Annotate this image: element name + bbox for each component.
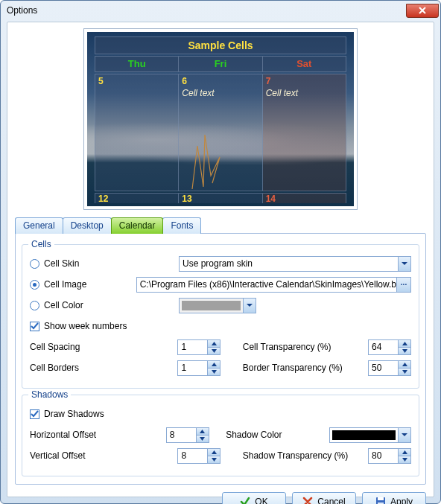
spin-up[interactable] — [208, 340, 220, 348]
cell-image-input[interactable]: C:\Program Files (x86)\Interactive Calen… — [136, 277, 411, 293]
day-header-fri: Fri — [179, 56, 262, 72]
tab-fonts[interactable]: Fonts — [162, 217, 201, 234]
preview-frame: Sample Cells Thu Fri Sat 5 6 Cell text — [83, 28, 358, 210]
cell-spacing-spinner[interactable]: 1 — [177, 339, 220, 355]
cell-spacing-value: 1 — [181, 342, 207, 352]
dropdown-button[interactable] — [398, 428, 410, 442]
cell-skin-radio[interactable] — [30, 259, 39, 269]
cell-image-label: Cell Image — [44, 279, 86, 290]
check-icon — [31, 322, 39, 331]
shadow-transparency-spinner[interactable]: 80 — [368, 448, 411, 464]
cell-borders-value: 1 — [181, 363, 207, 373]
cell-skin-value: Use program skin — [183, 258, 398, 269]
chevron-down-icon — [402, 458, 407, 462]
spin-down[interactable] — [399, 348, 410, 354]
chevron-down-icon — [200, 437, 205, 441]
horizontal-offset-spinner[interactable]: 8 — [166, 427, 209, 443]
spin-up[interactable] — [399, 449, 410, 456]
ok-button[interactable]: OK — [222, 492, 286, 504]
tab-calendar[interactable]: Calendar — [111, 217, 164, 234]
spin-down[interactable] — [399, 456, 410, 463]
bottom-row: 12 13 14 — [95, 193, 346, 203]
ok-label: OK — [255, 497, 267, 504]
shadow-color-label: Shadow Color — [226, 430, 282, 440]
horizontal-offset-value: 8 — [170, 430, 196, 440]
spin-down[interactable] — [208, 369, 220, 375]
cancel-label: Cancel — [317, 497, 345, 504]
chevron-up-icon — [212, 450, 217, 454]
cancel-button[interactable]: Cancel — [292, 492, 356, 504]
tab-desktop[interactable]: Desktop — [63, 217, 112, 234]
day-header-thu: Thu — [95, 56, 179, 72]
cell-image-radio[interactable] — [30, 280, 39, 290]
cell-transparency-value: 64 — [372, 342, 398, 352]
browse-button[interactable]: ··· — [396, 278, 410, 292]
close-button[interactable] — [406, 4, 439, 18]
sample-cell: 13 — [179, 193, 262, 203]
show-week-checkbox[interactable] — [30, 322, 39, 331]
cell-skin-label: Cell Skin — [44, 258, 79, 269]
chevron-down-icon — [402, 261, 407, 267]
check-icon — [240, 497, 250, 504]
cell-skin-select[interactable]: Use program skin — [179, 256, 411, 272]
tab-general[interactable]: General — [15, 217, 63, 234]
spin-down[interactable] — [208, 348, 220, 354]
close-icon — [419, 7, 426, 14]
color-swatch — [332, 430, 396, 440]
color-swatch — [182, 301, 241, 310]
cell-borders-spinner[interactable]: 1 — [177, 360, 220, 376]
sample-cell: 5 — [95, 74, 179, 191]
apply-button[interactable]: Apply — [362, 492, 426, 504]
client-area: Sample Cells Thu Fri Sat 5 6 Cell text — [7, 22, 434, 497]
draw-shadows-label: Draw Shadows — [44, 409, 104, 419]
spin-up[interactable] — [399, 361, 410, 369]
sample-title: Sample Cells — [95, 36, 346, 54]
chevron-up-icon — [212, 363, 217, 366]
cancel-icon — [302, 497, 313, 504]
cell-borders-label: Cell Borders — [30, 363, 79, 373]
spin-down[interactable] — [197, 436, 209, 442]
cell-color-label: Cell Color — [44, 300, 83, 310]
cell-color-select[interactable] — [179, 298, 256, 313]
border-transparency-label: Border Transparency (%) — [243, 363, 343, 373]
spin-up[interactable] — [399, 340, 410, 348]
vertical-offset-spinner[interactable]: 8 — [177, 448, 220, 464]
cell-transparency-spinner[interactable]: 64 — [368, 339, 411, 355]
dropdown-button[interactable] — [398, 257, 410, 271]
chevron-up-icon — [200, 430, 205, 433]
spin-down[interactable] — [399, 369, 410, 375]
spin-up[interactable] — [208, 361, 220, 369]
cell-color-radio[interactable] — [30, 301, 39, 310]
chevron-down-icon — [247, 302, 253, 308]
day-header-sat: Sat — [263, 56, 346, 72]
cells-row: 5 6 Cell text 7 Cell text — [95, 74, 346, 191]
check-icon — [31, 410, 39, 418]
sample-cell: 7 Cell text — [263, 74, 346, 191]
shadows-group: Shadows Draw Shadows Horizontal Offset 8 — [22, 395, 419, 476]
chevron-up-icon — [402, 342, 407, 345]
dropdown-button[interactable] — [243, 299, 256, 313]
cell-transparency-label: Cell Transparency (%) — [243, 342, 331, 352]
chevron-down-icon — [212, 349, 217, 353]
spin-down[interactable] — [208, 456, 220, 463]
spin-up[interactable] — [197, 428, 209, 436]
chevron-down-icon — [402, 432, 407, 438]
spin-up[interactable] — [208, 449, 220, 456]
tabstrip: General Desktop Calendar Fonts — [15, 217, 426, 234]
cell-text: Cell text — [266, 88, 298, 98]
chevron-down-icon — [212, 458, 217, 462]
tab-panel: Cells Cell Skin Use program skin — [15, 233, 426, 485]
chevron-up-icon — [212, 342, 217, 345]
border-transparency-spinner[interactable]: 50 — [368, 360, 411, 376]
draw-shadows-checkbox[interactable] — [30, 409, 39, 419]
shadow-color-select[interactable] — [329, 427, 411, 443]
horizontal-offset-label: Horizontal Offset — [30, 430, 96, 440]
cell-number: 6 — [182, 76, 187, 86]
cell-number: 5 — [98, 76, 104, 86]
window-title: Options — [7, 5, 37, 16]
group-title: Cells — [28, 239, 54, 249]
cell-spacing-label: Cell Spacing — [30, 342, 80, 352]
svg-rect-1 — [378, 497, 384, 500]
sample-cell: 6 Cell text — [179, 74, 262, 191]
cell-image-value: C:\Program Files (x86)\Interactive Calen… — [140, 279, 396, 290]
